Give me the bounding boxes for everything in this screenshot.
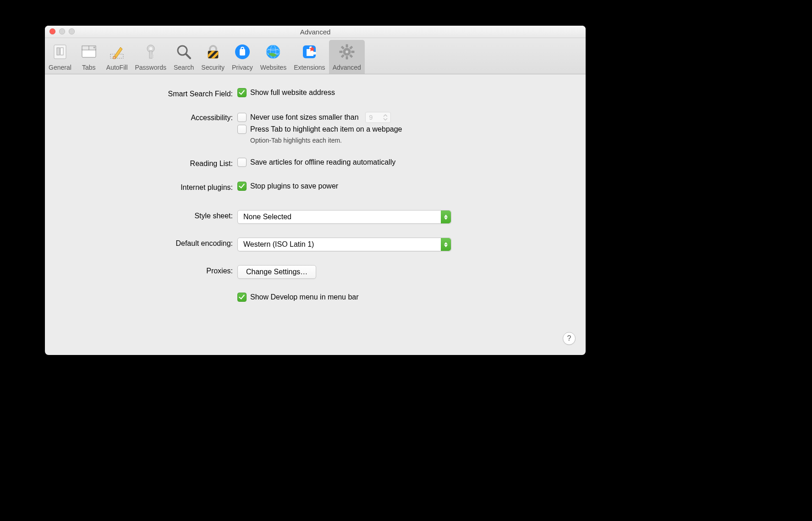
tab-label: General [49,64,71,71]
tab-label: Tabs [79,64,99,71]
help-button[interactable]: ? [563,332,576,345]
extensions-icon [299,42,319,62]
change-settings-button[interactable]: Change Settings… [237,265,316,279]
internet-plugins-label: Internet plugins: [63,182,237,192]
accessibility-label: Accessibility: [63,112,237,122]
close-window-button[interactable] [49,28,55,34]
chevron-up-down-icon [382,113,390,122]
svg-rect-13 [151,55,154,56]
svg-rect-0 [54,45,66,59]
window-controls [49,28,75,34]
window-title: Advanced [45,28,586,36]
tab-advanced[interactable]: Advanced [329,40,365,74]
passwords-icon [141,42,161,62]
tab-label: Advanced [333,64,361,71]
tab-privacy[interactable]: Privacy [228,40,257,74]
tab-passwords[interactable]: Passwords [132,40,170,74]
general-icon [50,42,70,62]
tab-label: Websites [260,64,286,71]
stop-plugins-label: Stop plugins to save power [250,182,338,190]
show-full-address-label: Show full website address [250,89,335,97]
svg-point-11 [149,47,152,50]
reading-list-label: Reading List: [63,158,237,168]
style-sheet-value: None Selected [243,213,291,221]
websites-icon [263,42,283,62]
privacy-icon [232,42,252,62]
default-encoding-label: Default encoding: [63,238,237,248]
svg-rect-1 [57,48,60,55]
search-icon [174,42,194,62]
save-offline-label: Save articles for offline reading automa… [250,158,395,166]
tab-label: Security [201,64,225,71]
svg-rect-14 [151,56,154,58]
help-icon: ? [567,334,571,343]
tab-websites[interactable]: Websites [257,40,290,74]
style-sheet-popup[interactable]: None Selected [237,210,451,224]
svg-rect-9 [113,56,115,59]
svg-rect-18 [208,51,218,58]
svg-rect-35 [341,46,344,49]
svg-rect-36 [349,55,352,58]
min-font-size-value: 9 [369,114,373,121]
minimize-window-button[interactable] [59,28,65,34]
svg-rect-30 [346,56,348,59]
advanced-pane: Smart Search Field: Show full website ad… [45,74,586,355]
smart-search-label: Smart Search Field: [63,88,237,98]
change-settings-label: Change Settings… [246,268,307,276]
chevron-up-down-icon [441,238,451,251]
advanced-icon [337,42,357,62]
titlebar: Advanced [45,26,586,38]
svg-point-23 [266,45,280,59]
svg-rect-31 [340,51,342,53]
save-offline-checkbox[interactable] [237,158,247,167]
tab-search[interactable]: Search [170,40,198,74]
tab-label: Search [174,64,194,71]
tab-security[interactable]: Security [198,40,228,74]
tab-label: Passwords [135,64,166,71]
press-tab-checkbox[interactable] [237,125,247,134]
min-font-checkbox[interactable] [237,113,247,122]
default-encoding-value: Western (ISO Latin 1) [243,240,314,249]
svg-rect-2 [60,48,63,55]
security-icon [203,42,223,62]
svg-line-16 [186,54,190,58]
tabs-icon: + [79,42,99,62]
preferences-window: Advanced General + Ta [45,26,586,355]
tab-label: Privacy [232,64,253,71]
svg-rect-34 [341,55,344,58]
default-encoding-popup[interactable]: Western (ISO Latin 1) [237,238,451,251]
min-font-label: Never use font sizes smaller than [250,113,359,122]
tab-label: AutoFill [106,64,128,71]
min-font-size-stepper[interactable]: 9 [365,112,391,123]
tab-general[interactable]: General [45,40,75,74]
stop-plugins-checkbox[interactable] [237,182,247,191]
svg-rect-33 [349,46,352,49]
show-full-address-checkbox[interactable] [237,88,247,97]
chevron-up-down-icon [441,211,451,223]
svg-rect-21 [240,49,245,55]
svg-rect-32 [351,51,354,53]
svg-rect-29 [346,44,348,47]
style-sheet-label: Style sheet: [63,210,237,220]
tab-extensions[interactable]: Extensions [290,40,329,74]
autofill-icon [107,42,127,62]
show-develop-menu-label: Show Develop menu in menu bar [250,293,359,301]
show-develop-menu-checkbox[interactable] [237,293,247,302]
tab-tabs[interactable]: + Tabs [75,40,103,74]
press-tab-hint: Option-Tab highlights each item. [250,137,402,144]
svg-point-37 [345,50,348,54]
preferences-toolbar: General + Tabs AutoFill [45,38,586,74]
svg-text:+: + [93,45,95,50]
press-tab-label: Press Tab to highlight each item on a we… [250,125,402,133]
zoom-window-button[interactable] [69,28,75,34]
proxies-label: Proxies: [63,265,237,275]
tab-label: Extensions [294,64,325,71]
tab-autofill[interactable]: AutoFill [103,40,132,74]
